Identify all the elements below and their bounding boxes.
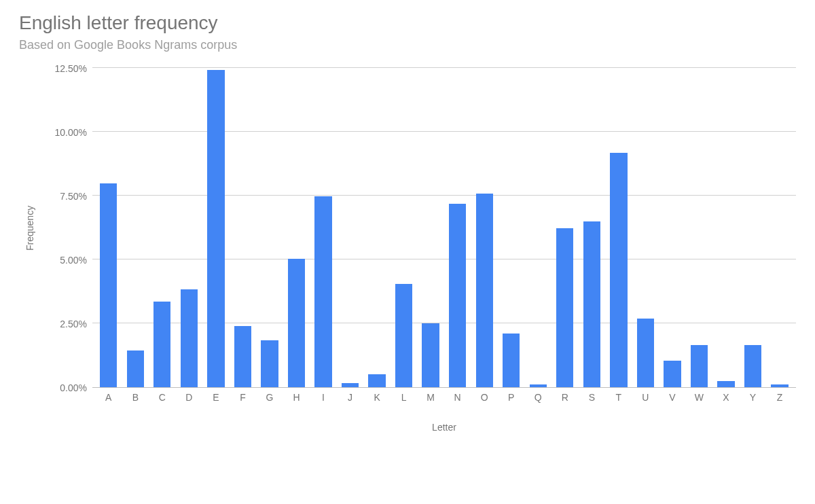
x-tick-label: V: [659, 392, 686, 403]
bars-container: [92, 69, 796, 387]
bar-slot: [471, 69, 498, 387]
bar-slot: [256, 69, 283, 387]
x-axis-label: Letter: [92, 422, 796, 433]
bar-p: [503, 334, 520, 387]
bar-s: [583, 221, 600, 387]
bar-w: [691, 345, 708, 387]
bar-d: [181, 289, 198, 387]
bar-slot: [740, 69, 767, 387]
x-tick-label: B: [122, 392, 149, 403]
bar-slot: [149, 69, 176, 387]
x-tick-label: L: [391, 392, 418, 403]
x-tick-label: Z: [766, 392, 793, 403]
bar-k: [368, 374, 385, 387]
x-tick-label: F: [230, 392, 257, 403]
x-tick-label: K: [363, 392, 391, 403]
bar-slot: [95, 69, 122, 387]
bar-l: [395, 284, 412, 387]
bar-slot: [498, 69, 525, 387]
x-tick-label: I: [310, 392, 337, 403]
x-tick-label: D: [176, 392, 203, 403]
bar-q: [530, 384, 547, 387]
x-tick-label: P: [498, 392, 525, 403]
bar-a: [100, 183, 117, 387]
bar-j: [342, 383, 359, 387]
x-tick-label: X: [712, 392, 740, 403]
bar-slot: [122, 69, 149, 387]
bar-g: [261, 340, 278, 387]
x-tick-label: C: [149, 392, 176, 403]
bar-y: [744, 345, 761, 387]
bar-slot: [283, 69, 310, 387]
y-tick-label: 7.50%: [60, 191, 87, 202]
plot-region: [92, 69, 796, 388]
bar-slot: [766, 69, 793, 387]
bar-slot: [632, 69, 659, 387]
bar-slot: [417, 69, 444, 387]
bar-slot: [605, 69, 632, 387]
bar-z: [771, 384, 788, 387]
x-tick-label: E: [202, 392, 230, 403]
bar-t: [610, 153, 627, 387]
x-tick-label: A: [95, 392, 122, 403]
bar-x: [717, 381, 734, 387]
y-tick-label: 12.50%: [55, 63, 87, 74]
bar-b: [127, 350, 144, 387]
bar-r: [556, 228, 573, 388]
y-tick-label: 5.00%: [60, 255, 87, 266]
bar-f: [234, 326, 251, 387]
x-tick-label: H: [283, 392, 310, 403]
bar-slot: [391, 69, 418, 387]
bar-slot: [579, 69, 606, 387]
bar-slot: [444, 69, 471, 387]
x-tick-label: M: [417, 392, 444, 403]
bar-slot: [230, 69, 257, 387]
bar-slot: [337, 69, 364, 387]
bar-slot: [686, 69, 713, 387]
x-tick-label: T: [605, 392, 632, 403]
x-tick-label: U: [632, 392, 659, 403]
x-axis-ticks: ABCDEFGHIJKLMNOPQRSTUVWXYZ: [92, 388, 796, 403]
chart-title: English letter frequency: [19, 12, 796, 34]
bar-h: [288, 259, 305, 387]
x-tick-label: R: [551, 392, 579, 403]
y-axis-label: Frequency: [19, 69, 38, 388]
bar-o: [476, 194, 493, 387]
bar-i: [314, 196, 331, 387]
x-tick-label: N: [444, 392, 471, 403]
bar-slot: [176, 69, 203, 387]
x-tick-label: Q: [525, 392, 552, 403]
bar-slot: [551, 69, 579, 387]
bar-e: [207, 70, 224, 387]
y-tick-label: 10.00%: [55, 127, 87, 138]
x-tick-label: S: [579, 392, 606, 403]
x-tick-label: J: [337, 392, 364, 403]
bar-m: [422, 323, 439, 387]
bar-slot: [310, 69, 337, 387]
x-tick-label: O: [471, 392, 498, 403]
y-tick-label: 0.00%: [60, 382, 87, 393]
x-tick-label: W: [686, 392, 713, 403]
bar-c: [153, 302, 170, 387]
bar-slot: [363, 69, 391, 387]
bar-slot: [202, 69, 230, 387]
bar-slot: [712, 69, 740, 387]
chart-subtitle: Based on Google Books Ngrams corpus: [19, 38, 796, 52]
x-tick-label: Y: [740, 392, 767, 403]
y-axis-ticks: 0.00%2.50%5.00%7.50%10.00%12.50%: [38, 69, 92, 388]
gridline: [92, 67, 796, 68]
bar-slot: [525, 69, 552, 387]
bar-slot: [659, 69, 686, 387]
x-tick-label: G: [256, 392, 283, 403]
y-tick-label: 2.50%: [60, 319, 87, 329]
bar-v: [664, 361, 681, 387]
chart-area: Frequency 0.00%2.50%5.00%7.50%10.00%12.5…: [19, 69, 796, 463]
bar-u: [637, 319, 654, 387]
bar-n: [449, 204, 466, 387]
